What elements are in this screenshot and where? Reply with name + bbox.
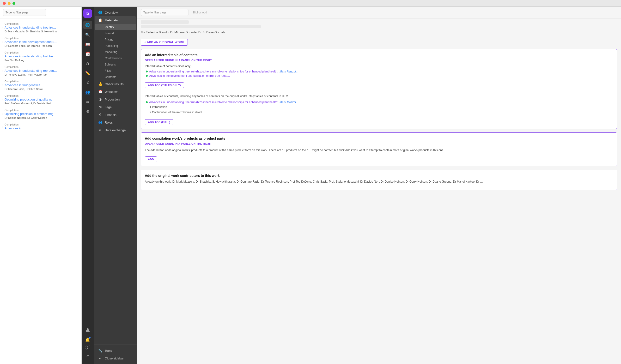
nav-item-data-exchange[interactable]: ⇄ Data exchange (95, 126, 136, 134)
main-header: Bibliocloud (137, 7, 621, 18)
nav-sub-identity[interactable]: Identity (95, 24, 136, 30)
nav-item-overview[interactable]: 🌐 Overview (95, 9, 136, 16)
minimize-button[interactable] (8, 2, 11, 5)
overview-icon: 🌐 (98, 11, 102, 14)
nav-item-metadata[interactable]: 📋 Metadata (95, 16, 136, 24)
nav-sub-subjects[interactable]: Subjects (95, 61, 136, 68)
drag-handle: ⠿ (2, 26, 3, 29)
nav-item-legal[interactable]: ⚖ Legal (95, 103, 136, 111)
settings-nav-icon[interactable]: ⚙ (83, 107, 92, 116)
toc-full-title: Advances in understanding tree fruit-rhi… (149, 100, 278, 104)
nav-sub-contributions[interactable]: Contributions (95, 55, 136, 61)
list-filter-input[interactable] (3, 9, 46, 16)
list-item-title: Advances in … (5, 126, 72, 130)
list-item[interactable]: ⠿ Compilation Advances in understanding … (0, 20, 81, 35)
nav-sub-publishing[interactable]: Publishing (95, 43, 136, 49)
globe-nav-icon[interactable]: 🌐 (83, 21, 92, 29)
transform-nav-icon[interactable]: ⇄ (83, 98, 92, 106)
list-item[interactable]: ⠿ Compilation Advances in understanding … (0, 49, 81, 64)
nav-sub-marketing[interactable]: Marketing (95, 49, 136, 55)
main-authors-line: Ms Federica Blando, Dr Miriana Durante, … (137, 30, 621, 36)
nav-item-production-label: Production (105, 98, 120, 101)
list-item-authors: Prof. Stefano Musacchi, Dr Davide Neri (5, 102, 72, 105)
card-divider (145, 91, 613, 91)
book-nav-icon[interactable]: 📖 (83, 40, 92, 49)
check-results-icon: 👍 (98, 82, 102, 86)
toc-sub-1: 1 Introduction (146, 105, 167, 109)
toc-section2-description: Inferred tables of contents, including a… (145, 94, 613, 99)
list-item-type: Compilation (5, 51, 78, 54)
nav-sub-files[interactable]: Files (95, 68, 136, 74)
users-nav-icon[interactable]: 👥 (83, 88, 92, 97)
main-title-bar (137, 18, 621, 30)
list-item[interactable]: ⠿ Compilation Optimizing production of q… (0, 92, 81, 107)
main-filter-input[interactable] (141, 9, 189, 16)
app-container: ⠿ Compilation Advances in understanding … (0, 0, 621, 364)
nav-item-financial[interactable]: € Financial (95, 111, 136, 118)
collapse-sidebar-icon[interactable]: » (83, 351, 92, 360)
drag-handle: ⠿ (2, 126, 3, 128)
euro-nav-icon[interactable]: € (83, 78, 92, 87)
search-nav-icon[interactable]: 🔍 (83, 30, 92, 39)
nav-item-production[interactable]: ◑ Production (95, 96, 136, 103)
products-card: Add compilation work's products as produ… (141, 132, 617, 166)
list-item[interactable]: ⠿ Compilation Advances in … (0, 121, 81, 133)
nav-item-tools[interactable]: 🔧 Tools (95, 347, 136, 354)
toc-item-1: Advances in understanding tree fruit-rhi… (146, 70, 613, 73)
metadata-icon: 📋 (98, 18, 102, 22)
brand-logo: b (83, 9, 92, 18)
toc-card-title: Add an inferred table of contents (145, 53, 613, 57)
nav-item-close-sidebar-label: Close sidebar (105, 357, 124, 360)
nav-item-workflow-label: Workflow (105, 90, 118, 94)
nav-item-workflow[interactable]: 📅 Workflow (95, 88, 136, 96)
toc-card: Add an inferred table of contents OPEN A… (141, 49, 617, 129)
drag-handle: ⠿ (2, 98, 3, 101)
list-item-authors: Prof Ted DeJong (5, 59, 72, 62)
list-item-authors: Dr Tomoya Esumi, Prof Ryutaro Tao (5, 73, 72, 76)
list-panel-header (0, 7, 81, 18)
list-item-type: Compilation (5, 66, 78, 68)
calendar-nav-icon[interactable]: 📅 (83, 50, 92, 58)
nav-item-check-results-label: Check results (105, 82, 124, 86)
list-item-authors: Dr Mark Mazzola, Dr Shashika S. Hewavith… (5, 30, 72, 33)
drag-handle: ⠿ (2, 113, 3, 116)
window-chrome (0, 0, 621, 7)
nav-item-roles[interactable]: 👥 Roles (95, 118, 136, 126)
close-button[interactable] (3, 2, 6, 5)
maximize-button[interactable] (13, 2, 15, 5)
toc-bullet-full-1 (146, 101, 148, 103)
nav-sub-contents[interactable]: Contents (95, 74, 136, 80)
toc-guide-link[interactable]: OPEN A USER GUIDE IN A PANEL ON THE RIGH… (145, 59, 613, 62)
drag-handle: ⠿ (2, 55, 3, 58)
nav-sub-pricing[interactable]: Pricing (95, 36, 136, 43)
tag-nav-icon[interactable]: ✏️ (83, 69, 92, 77)
list-item-authors: Dr Gennaro Fazio, Dr Terence Robinson (5, 44, 72, 47)
main-breadcrumb: Bibliocloud (193, 11, 207, 14)
notification-nav-icon[interactable]: 🔔 (83, 335, 92, 344)
main-content: Bibliocloud Ms Federica Blando, Dr Miria… (137, 7, 621, 364)
nav-item-check-results[interactable]: 👍 Check results (95, 80, 136, 88)
add-toc-titles-button[interactable]: ADD TOC (TITLES ONLY) (145, 82, 184, 88)
products-guide-link[interactable]: OPEN A USER GUIDE IN A PANEL ON THE RIGH… (145, 142, 613, 145)
nav-item-roles-label: Roles (105, 121, 113, 124)
list-item[interactable]: ⠿ Compilation Advances in fruit genetics… (0, 78, 81, 92)
list-item-title: Advances in fruit genetics (5, 83, 72, 87)
nav-item-legal-label: Legal (105, 105, 112, 109)
nav-sub-format[interactable]: Format (95, 30, 136, 36)
list-item[interactable]: ⠿ Compilation Advances in the developmen… (0, 35, 81, 49)
list-item-type: Compilation (5, 22, 78, 25)
help-nav-icon[interactable]: ? (85, 345, 90, 350)
avatar-nav-icon[interactable] (83, 326, 92, 334)
add-original-work-button[interactable]: + ADD AN ORIGINAL WORK (141, 39, 188, 46)
toc-bullet-2 (146, 75, 148, 77)
nav-item-tools-label: Tools (105, 349, 112, 352)
data-exchange-icon: ⇄ (98, 128, 102, 132)
list-item[interactable]: ⠿ Compilation Optimizing precision in or… (0, 107, 81, 121)
toc-list-1: Advances in understanding tree fruit-rhi… (145, 70, 613, 78)
list-item-title: Advances in understanding fruit tre… (5, 54, 72, 58)
add-toc-full-button[interactable]: ADD TOC (FULL) (145, 119, 173, 125)
add-products-button[interactable]: ADD (145, 156, 157, 162)
list-item[interactable]: ⠿ Compilation Advances in understanding … (0, 64, 81, 78)
nav-item-close-sidebar[interactable]: « Close sidebar (95, 354, 136, 362)
contrast-nav-icon[interactable]: ◑ (83, 59, 92, 68)
